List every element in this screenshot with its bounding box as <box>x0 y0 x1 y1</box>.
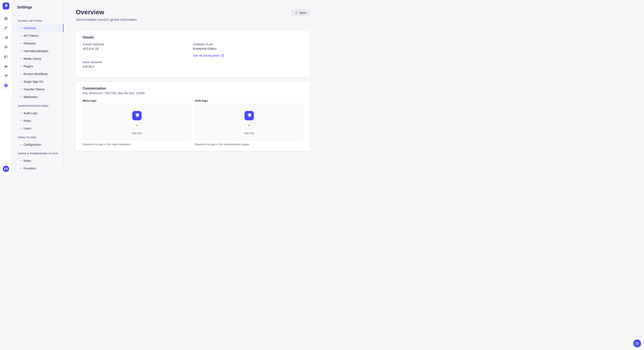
sidebar-item-review-workflows[interactable]: Review Workflows <box>12 70 64 78</box>
bullet-icon <box>20 58 21 59</box>
bullet-icon <box>20 66 21 67</box>
strapi-logo[interactable] <box>2 2 9 9</box>
details-left-column: Strapi version v5.0.0-rc.19 Node version… <box>83 43 193 68</box>
bullet-icon <box>20 43 21 44</box>
strapi-version-label: Strapi version <box>83 43 193 46</box>
node-version-label: Node version <box>83 61 193 64</box>
cloud-icon[interactable] <box>2 62 10 71</box>
bullet-icon <box>20 35 21 36</box>
bullet-icon <box>20 28 21 28</box>
customization-constraints: Max dimension: 750×750, Max file size: 1… <box>83 91 303 95</box>
main-content: Overview Administration panel’s global i… <box>64 0 322 175</box>
sidebar-item-up-roles[interactable]: Roles <box>12 157 64 165</box>
details-card: Details Strapi version v5.0.0-rc.19 Node… <box>76 31 310 77</box>
auth-logo-dropzone[interactable]: logo.png <box>195 104 303 140</box>
menu-logo-add-button[interactable] <box>134 122 140 129</box>
bullet-icon <box>20 160 21 161</box>
section-users-permissions-plugin: Users & Permissions plugin <box>18 152 64 155</box>
sidebar-item-single-sign-on[interactable]: Single Sign-On <box>12 78 64 85</box>
check-icon <box>295 12 298 14</box>
auth-logo-label: Auth logo <box>195 99 303 102</box>
external-link-icon <box>221 54 224 57</box>
menu-logo-caption: Replace the logo in the main navigation <box>83 143 191 146</box>
node-version-field: Node version v18.20.3 <box>83 61 193 68</box>
content-type-builder-icon[interactable] <box>2 52 10 61</box>
section-global-settings: Global settings <box>18 19 64 22</box>
bullet-icon <box>20 51 21 51</box>
sidebar-title: Settings <box>17 5 64 9</box>
menu-logo-filename: logo.png <box>132 132 142 135</box>
plus-icon <box>136 124 138 127</box>
customization-card: Customization Max dimension: 750×750, Ma… <box>76 82 310 151</box>
page-subtitle: Administration panel’s global informatio… <box>76 18 310 22</box>
auth-logo-field: Auth logo logo.png Replace the logo in t… <box>195 99 303 146</box>
bullet-icon <box>20 89 21 90</box>
bullet-icon <box>20 128 21 129</box>
menu-logo-dropzone[interactable]: logo.png <box>83 104 191 140</box>
settings-sidebar: Settings Global settings Overview API To… <box>12 0 64 175</box>
bullet-icon <box>20 97 21 97</box>
pricing-plans-link[interactable]: See all pricing plans <box>193 54 224 57</box>
auth-logo-preview <box>244 111 254 120</box>
content-manager-feather-icon[interactable] <box>2 24 10 32</box>
sidebar-item-email-configuration[interactable]: Configuration <box>12 141 64 149</box>
section-email-plugin: Email plugin <box>18 136 64 139</box>
bullet-icon <box>20 120 21 121</box>
save-button[interactable]: Save <box>291 9 310 16</box>
page-header: Overview Administration panel’s global i… <box>64 0 322 22</box>
user-avatar[interactable]: KD <box>3 166 9 172</box>
bullet-icon <box>20 144 21 145</box>
bullet-icon <box>20 113 21 114</box>
app-rail: KD <box>0 0 12 175</box>
customization-heading: Customization <box>83 87 303 90</box>
sidebar-item-internationalization[interactable]: Internationalization <box>12 47 64 55</box>
sidebar-item-up-providers[interactable]: Providers <box>12 165 64 172</box>
node-version-value: v18.20.3 <box>83 65 193 68</box>
menu-logo-preview <box>132 111 142 120</box>
sidebar-item-admin-users[interactable]: Users <box>12 125 64 132</box>
strapi-version-field: Strapi version v5.0.0-rc.19 <box>83 43 193 50</box>
settings-gear-icon[interactable] <box>2 81 10 90</box>
sidebar-item-media-library[interactable]: Media Library <box>12 55 64 62</box>
home-icon[interactable] <box>2 14 10 23</box>
sidebar-item-webhooks[interactable]: Webhooks <box>12 93 64 101</box>
media-library-icon[interactable] <box>2 43 10 51</box>
plus-icon <box>248 124 251 127</box>
current-plan-label: Current plan <box>193 43 303 46</box>
details-right-column: Current plan Enterprise Edition See all … <box>193 43 303 68</box>
sidebar-item-overview[interactable]: Overview <box>12 24 64 32</box>
sidebar-divider <box>17 15 22 16</box>
current-plan-field: Current plan Enterprise Edition <box>193 43 303 50</box>
sidebar-item-plugins[interactable]: Plugins <box>12 62 64 70</box>
details-heading: Details <box>83 35 303 39</box>
strapi-version-value: v5.0.0-rc.19 <box>83 47 193 50</box>
sidebar-item-admin-roles[interactable]: Roles <box>12 117 64 125</box>
paper-plane-icon[interactable] <box>2 33 10 42</box>
marketplace-cart-icon[interactable] <box>2 72 10 80</box>
sidebar-item-api-tokens[interactable]: API Tokens <box>12 32 64 39</box>
menu-logo-label: Menu logo <box>83 99 191 102</box>
sidebar-item-transfer-tokens[interactable]: Transfer Tokens <box>12 85 64 93</box>
sidebar-item-releases[interactable]: Releases <box>12 39 64 47</box>
bullet-icon <box>20 168 21 169</box>
auth-logo-add-button[interactable] <box>246 122 252 129</box>
bullet-icon <box>20 81 21 82</box>
bullet-icon <box>20 74 21 74</box>
menu-logo-field: Menu logo logo.png Replace the logo in t… <box>83 99 191 146</box>
page-title: Overview <box>76 8 310 16</box>
section-administration-panel: Administration panel <box>18 105 64 107</box>
current-plan-value: Enterprise Edition <box>193 47 303 50</box>
auth-logo-caption: Replace the logo in the authentication p… <box>195 143 303 146</box>
sidebar-item-audit-logs[interactable]: Audit Logs <box>12 109 64 117</box>
auth-logo-filename: logo.png <box>244 132 254 135</box>
